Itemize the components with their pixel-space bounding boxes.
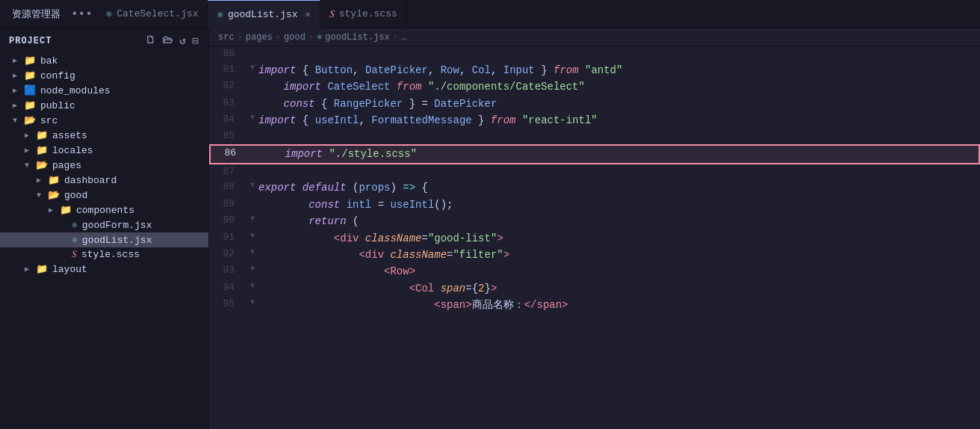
react-icon: ⚛ xyxy=(217,8,223,21)
breadcrumb-src[interactable]: src xyxy=(218,32,235,43)
sidebar-item-public[interactable]: ▶ 📁 public xyxy=(0,98,208,113)
sidebar-header: PROJECT 🗋 🗁 ↺ ⊟ xyxy=(0,28,208,53)
sidebar-item-label: goodList.jsx xyxy=(82,235,152,246)
scss-icon: 𝑆 xyxy=(329,8,335,20)
code-line-82: 82 import CateSelect from "./components/… xyxy=(209,78,980,95)
line-content: import { Button, DatePicker, Row, Col, I… xyxy=(258,62,980,78)
sidebar-item-pages[interactable]: ▼ 📂 pages xyxy=(0,158,208,173)
tab-close-icon[interactable]: ✕ xyxy=(306,9,311,20)
sidebar-item-style[interactable]: 𝑆 style.scss xyxy=(0,247,208,262)
sidebar-item-bak[interactable]: ▶ 📁 bak xyxy=(0,53,208,68)
main-layout: PROJECT 🗋 🗁 ↺ ⊟ ▶ 📁 bak ▶ 📁 config xyxy=(0,28,980,429)
sidebar-item-dashboard[interactable]: ▶ 📁 dashboard xyxy=(0,173,208,188)
react-icon: ⚛ xyxy=(106,7,112,20)
sidebar-content: ▶ 📁 bak ▶ 📁 config ▶ 🟦 node_modules xyxy=(0,53,208,429)
line-content: <div className="filter"> xyxy=(258,247,980,263)
collapse-icon[interactable]: ⊟ xyxy=(193,34,199,47)
tab-cateselect[interactable]: ⚛ CateSelect.jsx xyxy=(97,0,208,28)
sidebar-item-label: public xyxy=(40,100,75,111)
folder-icon: 📁 xyxy=(24,55,36,67)
line-number: 81 xyxy=(209,62,246,78)
line-content: return ( xyxy=(258,213,980,229)
chevron-right-icon: ▶ xyxy=(10,86,19,95)
folder-open-icon: 📂 xyxy=(24,114,36,126)
tab-more-button[interactable]: ••• xyxy=(66,7,97,21)
breadcrumb-pages[interactable]: pages xyxy=(246,32,273,43)
folder-icon: 📁 xyxy=(48,174,60,186)
sidebar-title-tab[interactable]: 资源管理器 xyxy=(6,7,66,21)
chevron-down-icon: ▼ xyxy=(34,191,43,200)
code-line-94: 94 ▼ <Col span={2}> xyxy=(209,280,980,297)
sidebar-item-label: node_modules xyxy=(40,85,111,96)
react-breadcrumb-icon: ⚛ xyxy=(317,31,322,43)
line-content: export default (props) => { xyxy=(258,179,980,196)
scss-file-icon: 𝑆 xyxy=(72,249,77,260)
line-number: 88 xyxy=(209,179,246,195)
sidebar-item-src[interactable]: ▼ 📂 src xyxy=(0,113,208,128)
breadcrumb-goodlist[interactable]: goodList.jsx xyxy=(325,32,389,43)
sidebar-item-label: goodForm.jsx xyxy=(82,220,152,231)
sidebar-item-goodform[interactable]: ⚛ goodForm.jsx xyxy=(0,217,208,232)
sidebar-item-config[interactable]: ▶ 📁 config xyxy=(0,68,208,83)
line-fold-arrow: ▼ xyxy=(246,280,258,292)
tab-label: CateSelect.jsx xyxy=(117,8,198,19)
tab-bar: 资源管理器 ••• ⚛ CateSelect.jsx ⚛ goodList.js… xyxy=(0,0,980,28)
sidebar-header-icons: 🗋 🗁 ↺ ⊟ xyxy=(145,34,199,47)
sidebar-title: PROJECT xyxy=(9,36,52,46)
chevron-down-icon: ▼ xyxy=(10,117,19,125)
react-file-icon: ⚛ xyxy=(72,219,78,231)
line-number: 82 xyxy=(209,78,246,94)
line-fold-arrow: ▼ xyxy=(246,247,258,259)
line-fold-arrow: ▼ xyxy=(246,179,258,191)
line-number: 87 xyxy=(209,164,246,180)
folder-icon: 📁 xyxy=(24,99,36,111)
line-number: 90 xyxy=(209,213,246,229)
tab-style[interactable]: 𝑆 style.scss xyxy=(320,0,407,28)
refresh-icon[interactable]: ↺ xyxy=(179,34,186,47)
sidebar-item-node-modules[interactable]: ▶ 🟦 node_modules xyxy=(0,83,208,98)
line-content: import CateSelect from "./components/Cat… xyxy=(258,78,980,95)
sidebar-item-locales[interactable]: ▶ 📁 locales xyxy=(0,143,208,158)
chevron-right-icon: ▶ xyxy=(22,265,31,274)
folder-icon: 📁 xyxy=(24,70,36,81)
editor-content[interactable]: 80 81 ▼ import { Button, DatePicker, Row… xyxy=(209,46,980,429)
line-number: 94 xyxy=(209,280,246,296)
sidebar-item-assets[interactable]: ▶ 📁 assets xyxy=(0,128,208,143)
line-content: <Row> xyxy=(258,263,980,280)
code-line-81: 81 ▼ import { Button, DatePicker, Row, C… xyxy=(209,62,980,78)
code-line-90: 90 ▼ return ( xyxy=(209,213,980,229)
sidebar-item-label: dashboard xyxy=(64,175,117,186)
line-number: 91 xyxy=(209,230,246,246)
tab-label: style.scss xyxy=(339,8,397,19)
sidebar-item-label: bak xyxy=(40,55,58,67)
code-line-85: 85 xyxy=(209,129,980,144)
sidebar-item-components[interactable]: ▶ 📁 components xyxy=(0,203,208,217)
line-number: 84 xyxy=(209,112,246,128)
line-fold-arrow: ▼ xyxy=(246,112,258,124)
new-folder-icon[interactable]: 🗁 xyxy=(162,34,173,47)
breadcrumb-sep: › xyxy=(276,32,281,43)
sidebar-item-layout[interactable]: ▶ 📁 layout xyxy=(0,262,208,277)
tab-goodlist[interactable]: ⚛ goodList.jsx ✕ xyxy=(208,0,320,28)
sidebar-toggle-label[interactable]: 资源管理器 xyxy=(12,7,61,21)
folder-open-icon: 📂 xyxy=(48,189,60,201)
no-arrow xyxy=(58,250,67,259)
sidebar-item-goodlist[interactable]: ⚛ goodList.jsx xyxy=(0,232,208,247)
chevron-right-icon: ▶ xyxy=(22,146,31,155)
line-fold-arrow: ▼ xyxy=(246,213,258,225)
breadcrumb-ellipsis[interactable]: … xyxy=(401,32,406,43)
code-line-93: 93 ▼ <Row> xyxy=(209,263,980,280)
code-line-87: 87 xyxy=(209,164,980,180)
new-file-icon[interactable]: 🗋 xyxy=(145,34,156,47)
breadcrumb-sep: › xyxy=(393,32,398,43)
sidebar: PROJECT 🗋 🗁 ↺ ⊟ ▶ 📁 bak ▶ 📁 config xyxy=(0,28,209,429)
breadcrumb-good[interactable]: good xyxy=(284,32,306,43)
line-number: 93 xyxy=(209,263,246,279)
line-fold-arrow: ▼ xyxy=(246,230,258,242)
code-line-83: 83 const { RangePicker } = DatePicker xyxy=(209,96,980,112)
sidebar-item-label: good xyxy=(64,190,87,201)
sidebar-item-good[interactable]: ▼ 📂 good xyxy=(0,188,208,203)
tab-label: goodList.jsx xyxy=(228,9,298,20)
folder-icon: 📁 xyxy=(36,144,48,156)
line-number: 80 xyxy=(209,46,246,62)
